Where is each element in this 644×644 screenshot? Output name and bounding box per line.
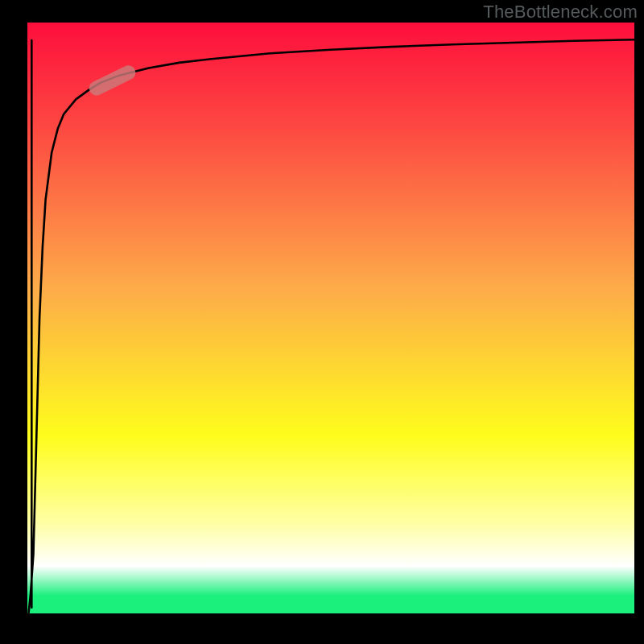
plot-svg [0, 0, 644, 644]
chart-root: TheBottleneck.com [0, 0, 644, 644]
gradient-background [27, 23, 634, 613]
watermark-text: TheBottleneck.com [483, 2, 638, 23]
